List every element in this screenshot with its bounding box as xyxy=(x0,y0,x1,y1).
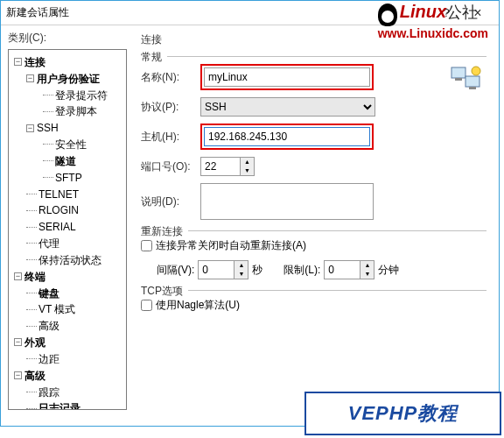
tree-node-keyboard[interactable]: 键盘 xyxy=(10,285,124,301)
sec-label: 秒 xyxy=(252,263,262,278)
tree-node-tunnel[interactable]: 隧道 xyxy=(10,152,124,169)
nagle-checkbox[interactable] xyxy=(141,300,152,311)
tree-node-ssh[interactable]: −SSH xyxy=(10,119,124,136)
auto-reconnect-checkbox[interactable] xyxy=(141,240,152,251)
name-input[interactable] xyxy=(204,67,370,87)
tree-node-proxy[interactable]: 代理 xyxy=(10,235,124,251)
tree-node-advanced[interactable]: 高级 xyxy=(10,317,124,334)
tree-node-logging[interactable]: 日志记录 xyxy=(10,399,124,410)
host-label: 主机(H): xyxy=(141,130,200,145)
tree-node-connection[interactable]: −连接 xyxy=(10,53,124,70)
tree-node-telnet[interactable]: TELNET xyxy=(10,186,124,202)
svg-rect-1 xyxy=(466,76,480,87)
nagle-label: 使用Nagle算法(U) xyxy=(156,298,240,313)
interval-input[interactable] xyxy=(198,260,234,279)
session-properties-dialog: 新建会话属性 ? × 类别(C): −连接 −用户身份验证 登录提示符 登录脚本… xyxy=(0,0,500,427)
min-label: 分钟 xyxy=(378,263,399,278)
watermark-brand1: Linux xyxy=(400,2,446,21)
limit-spinner[interactable]: ▲▼ xyxy=(324,260,374,279)
spinner-down-icon[interactable]: ▼ xyxy=(241,166,254,175)
general-label: 常规 xyxy=(141,50,167,65)
description-input[interactable] xyxy=(200,183,374,220)
tree-node-keepalive[interactable]: 保持活动状态 xyxy=(10,251,124,268)
port-spinner[interactable]: ▲▼ xyxy=(200,157,255,176)
tree-node-login-script[interactable]: 登录脚本 xyxy=(10,102,124,119)
tree-node-vtmode[interactable]: VT 模式 xyxy=(10,300,124,317)
tree-node-appearance[interactable]: −外观 xyxy=(10,334,124,350)
spinner-up-icon[interactable]: ▲ xyxy=(234,261,248,270)
collapse-icon[interactable]: − xyxy=(26,124,34,132)
auto-reconnect-label: 连接异常关闭时自动重新连接(A) xyxy=(156,238,306,253)
tree-node-trace[interactable]: 跟踪 xyxy=(10,384,124,400)
collapse-icon[interactable]: − xyxy=(14,272,22,280)
svg-rect-0 xyxy=(452,67,466,78)
tcp-group: TCP选项 使用Nagle算法(U) xyxy=(141,290,486,313)
category-sidebar: 类别(C): −连接 −用户身份验证 登录提示符 登录脚本 −SSH 安全性 隧… xyxy=(1,25,134,426)
watermark-brand2: 公社 xyxy=(446,4,478,21)
host-highlight xyxy=(200,124,374,150)
collapse-icon[interactable]: − xyxy=(14,338,22,346)
connection-icon xyxy=(450,64,485,95)
limit-input[interactable] xyxy=(324,260,360,279)
watermark-url: www.Linuxidc.com xyxy=(378,26,488,40)
interval-spinner[interactable]: ▲▼ xyxy=(198,260,248,279)
tree-node-advanced2[interactable]: −高级 xyxy=(10,367,124,384)
port-input[interactable] xyxy=(200,157,241,176)
port-label: 端口号(O): xyxy=(141,159,200,174)
tcp-label: TCP选项 xyxy=(141,284,188,299)
protocol-label: 协议(P): xyxy=(141,100,200,115)
spinner-up-icon[interactable]: ▲ xyxy=(241,158,254,166)
name-highlight xyxy=(200,64,374,90)
svg-rect-2 xyxy=(455,78,462,81)
limit-label: 限制(L): xyxy=(284,263,320,278)
svg-rect-3 xyxy=(469,87,476,89)
watermark: Linux公社 www.Linuxidc.com xyxy=(378,2,488,40)
tree-node-sftp[interactable]: SFTP xyxy=(10,169,124,186)
protocol-select[interactable]: SSH xyxy=(200,97,375,117)
tree-node-security[interactable]: 安全性 xyxy=(10,136,124,152)
description-label: 说明(D): xyxy=(141,194,200,209)
banner-text: VEPHP教程 xyxy=(348,400,458,427)
content-area: 类别(C): −连接 −用户身份验证 登录提示符 登录脚本 −SSH 安全性 隧… xyxy=(1,25,499,426)
category-label: 类别(C): xyxy=(8,31,127,46)
spinner-down-icon[interactable]: ▼ xyxy=(234,270,248,279)
tree-node-login-prompt[interactable]: 登录提示符 xyxy=(10,87,124,103)
collapse-icon[interactable]: − xyxy=(26,74,34,82)
interval-label: 间隔(V): xyxy=(157,263,194,278)
penguin-icon xyxy=(378,4,397,26)
spinner-down-icon[interactable]: ▼ xyxy=(360,270,374,279)
window-title: 新建会话属性 xyxy=(6,5,430,20)
general-group: 常规 名称(N): 协议( xyxy=(141,56,486,220)
footer-banner: VEPHP教程 xyxy=(304,392,501,435)
host-input[interactable] xyxy=(204,127,370,146)
reconnect-group: 重新连接 连接异常关闭时自动重新连接(A) 间隔(V): ▲▼ 秒 限制(L): xyxy=(141,230,486,279)
tree-node-margin[interactable]: 边距 xyxy=(10,350,124,367)
tree-node-terminal[interactable]: −终端 xyxy=(10,268,124,285)
reconnect-label: 重新连接 xyxy=(141,224,188,239)
main-panel: 连接 常规 名称(N): xyxy=(134,25,499,426)
collapse-icon[interactable]: − xyxy=(14,371,22,379)
category-tree: −连接 −用户身份验证 登录提示符 登录脚本 −SSH 安全性 隧道 SFTP … xyxy=(8,49,127,410)
spinner-up-icon[interactable]: ▲ xyxy=(360,261,374,270)
tree-node-serial[interactable]: SERIAL xyxy=(10,218,124,235)
svg-point-4 xyxy=(472,67,480,75)
collapse-icon[interactable]: − xyxy=(14,58,22,66)
name-label: 名称(N): xyxy=(141,70,200,85)
tree-node-rlogin[interactable]: RLOGIN xyxy=(10,201,124,218)
tree-node-user-auth[interactable]: −用户身份验证 xyxy=(10,70,124,87)
